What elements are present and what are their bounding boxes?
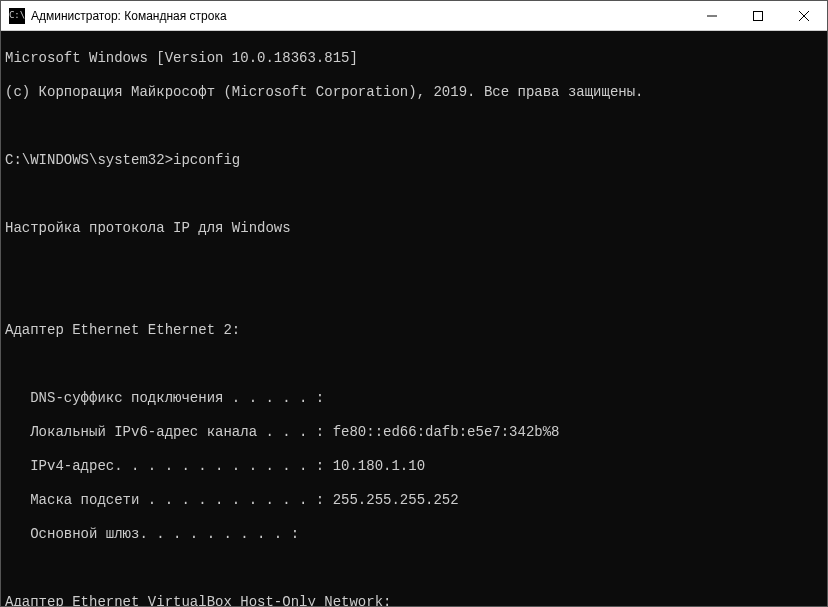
blank-line	[5, 560, 823, 577]
blank-line	[5, 254, 823, 271]
prompt-path: C:\WINDOWS\system32>	[5, 152, 173, 168]
minimize-icon	[707, 11, 717, 21]
blank-line	[5, 118, 823, 135]
adapter-gateway: Основной шлюз. . . . . . . . . :	[5, 526, 823, 543]
svg-rect-1	[754, 11, 763, 20]
adapter-ipv6: Локальный IPv6-адрес канала . . . : fe80…	[5, 424, 823, 441]
adapter-title: Адаптер Ethernet Ethernet 2:	[5, 322, 823, 339]
banner-line: Microsoft Windows [Version 10.0.18363.81…	[5, 50, 823, 67]
banner-line: (c) Корпорация Майкрософт (Microsoft Cor…	[5, 84, 823, 101]
window-title: Администратор: Командная строка	[31, 9, 227, 23]
ipconfig-heading: Настройка протокола IP для Windows	[5, 220, 823, 237]
minimize-button[interactable]	[689, 1, 735, 31]
cmd-icon: C:\	[9, 8, 25, 24]
adapter-mask: Маска подсети . . . . . . . . . . : 255.…	[5, 492, 823, 509]
prompt-line: C:\WINDOWS\system32>ipconfig	[5, 152, 823, 169]
blank-line	[5, 288, 823, 305]
adapter-title: Адаптер Ethernet VirtualBox Host-Only Ne…	[5, 594, 823, 606]
adapter-ipv4: IPv4-адрес. . . . . . . . . . . . : 10.1…	[5, 458, 823, 475]
terminal-output[interactable]: Microsoft Windows [Version 10.0.18363.81…	[1, 31, 827, 606]
close-icon	[799, 11, 809, 21]
maximize-button[interactable]	[735, 1, 781, 31]
prompt-command: ipconfig	[173, 152, 240, 168]
titlebar[interactable]: C:\ Администратор: Командная строка	[1, 1, 827, 31]
adapter-dns: DNS-суффикс подключения . . . . . :	[5, 390, 823, 407]
blank-line	[5, 186, 823, 203]
close-button[interactable]	[781, 1, 827, 31]
blank-line	[5, 356, 823, 373]
maximize-icon	[753, 11, 763, 21]
command-prompt-window: C:\ Администратор: Командная строка Micr…	[0, 0, 828, 607]
